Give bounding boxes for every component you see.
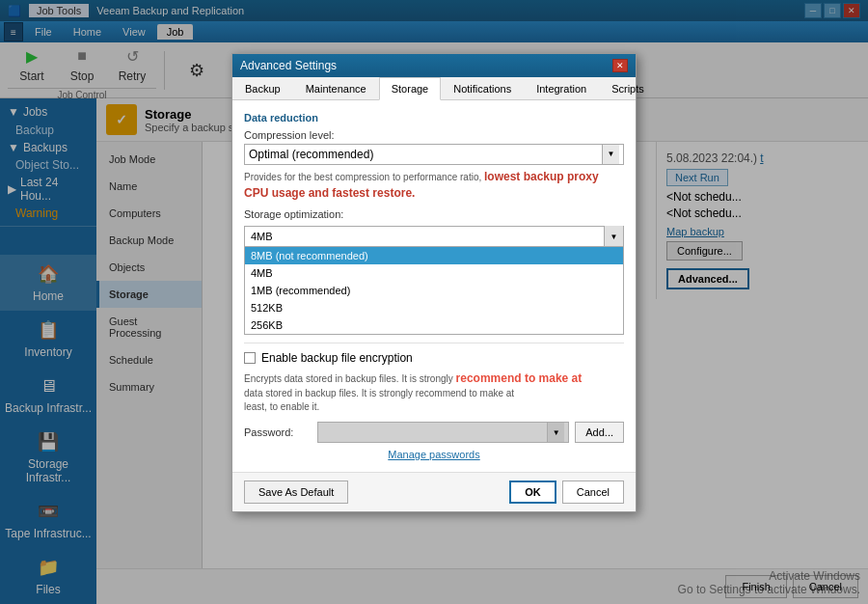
password-row: Password: ▼ Add...	[244, 422, 624, 443]
password-label: Password:	[244, 426, 312, 438]
modal-overlay: Advanced Settings ✕ Backup Maintenance S…	[0, 0, 868, 604]
storage-opt-header: Storage optimization:	[244, 208, 624, 223]
dropdown-item-512kb[interactable]: 512KB	[245, 299, 623, 316]
encryption-description: Encrypts data stored in backup files. It…	[244, 371, 624, 414]
compression-label: Compression level:	[244, 129, 624, 141]
storage-opt-dropdown[interactable]: 8MB (not recommended) 4MB 1MB (recommend…	[244, 246, 624, 335]
modal-tabs: Backup Maintenance Storage Notifications…	[232, 77, 636, 100]
dropdown-item-8mb[interactable]: 8MB (not recommended)	[245, 247, 623, 264]
modal-tab-maintenance[interactable]: Maintenance	[293, 77, 379, 100]
encryption-section: Enable backup file encryption Encrypts d…	[244, 343, 624, 460]
dropdown-item-256kb[interactable]: 256KB	[245, 316, 623, 334]
modal-tab-scripts[interactable]: Scripts	[599, 77, 657, 100]
modal-tab-notifications[interactable]: Notifications	[441, 77, 524, 100]
compression-dropdown-arrow[interactable]: ▼	[602, 145, 619, 164]
compression-select[interactable]: Optimal (recommended) ▼	[244, 144, 624, 165]
storage-opt-select[interactable]: 4MB ▼	[244, 226, 624, 247]
password-select[interactable]: ▼	[317, 422, 569, 443]
advanced-settings-modal: Advanced Settings ✕ Backup Maintenance S…	[231, 53, 637, 512]
modal-title-bar: Advanced Settings ✕	[232, 54, 636, 77]
ok-button[interactable]: OK	[509, 480, 556, 504]
manage-passwords-link[interactable]: Manage passwords	[244, 449, 624, 460]
storage-opt-label: Storage optimization:	[244, 208, 343, 220]
modal-tab-integration[interactable]: Integration	[524, 77, 599, 100]
compression-description: Provides for the best compression to per…	[244, 169, 624, 202]
dropdown-item-4mb[interactable]: 4MB	[245, 264, 623, 282]
modal-tab-backup[interactable]: Backup	[232, 77, 293, 100]
save-as-default-button[interactable]: Save As Default	[244, 480, 348, 504]
encrypt-label-row: Enable backup file encryption	[244, 351, 624, 365]
modal-footer: Save As Default OK Cancel	[232, 472, 636, 511]
add-password-button[interactable]: Add...	[575, 422, 624, 443]
encryption-label: Enable backup file encryption	[261, 351, 413, 365]
storage-opt-value: 4MB	[245, 226, 604, 247]
encryption-checkbox[interactable]	[244, 352, 256, 364]
storage-opt-dropdown-arrow[interactable]: ▼	[604, 226, 623, 247]
modal-footer-buttons: OK Cancel	[509, 480, 624, 504]
dropdown-item-1mb[interactable]: 1MB (recommended)	[245, 282, 623, 299]
modal-close-button[interactable]: ✕	[612, 59, 628, 72]
modal-body: Data reduction Compression level: Optima…	[232, 100, 636, 472]
data-reduction-header: Data reduction	[244, 112, 624, 124]
modal-tab-storage[interactable]: Storage	[379, 77, 442, 100]
compression-value: Optimal (recommended)	[249, 148, 373, 161]
modal-cancel-button[interactable]: Cancel	[562, 480, 624, 504]
password-dropdown-arrow[interactable]: ▼	[547, 423, 564, 442]
modal-title: Advanced Settings	[240, 59, 337, 72]
